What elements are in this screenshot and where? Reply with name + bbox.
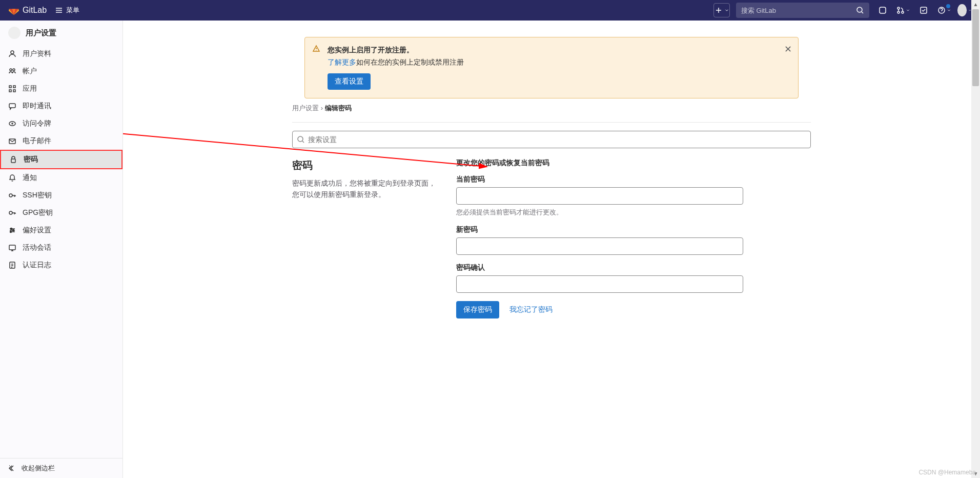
gitlab-icon <box>8 5 19 16</box>
sidebar-item-key[interactable]: GPG密钥 <box>0 204 122 222</box>
sidebar-item-lock[interactable]: 密码 <box>0 150 122 169</box>
sidebar-item-key[interactable]: SSH密钥 <box>0 187 122 204</box>
apps-icon <box>8 85 16 93</box>
svg-point-20 <box>9 211 12 214</box>
sidebar-item-label: 应用 <box>23 84 37 93</box>
sidebar-item-pref[interactable]: 偏好设置 <box>0 222 122 239</box>
search-settings-icon <box>297 135 305 145</box>
breadcrumb-root[interactable]: 用户设置 <box>292 104 319 112</box>
key-icon <box>8 209 16 217</box>
sidebar-item-log[interactable]: 认证日志 <box>0 256 122 274</box>
svg-point-9 <box>13 69 15 71</box>
current-password-help: 您必须提供当前密码才能进行更改。 <box>456 208 743 217</box>
confirm-password-input[interactable] <box>456 275 743 293</box>
breadcrumb: 用户设置 › 编辑密码 <box>292 98 811 118</box>
account-icon <box>8 67 16 75</box>
sidebar: 用户设置 用户资料帐户应用即时通讯访问令牌电子邮件密码通知SSH密钥GPG密钥偏… <box>0 21 123 478</box>
merge-requests-icon[interactable] <box>896 3 910 17</box>
sidebar-item-session[interactable]: 活动会话 <box>0 239 122 256</box>
learn-more-link[interactable]: 了解更多 <box>328 58 356 66</box>
password-section-desc: 密码更新成功后，您将被重定向到登录页面，您可以使用新密码重新登录。 <box>292 177 436 201</box>
menu-label: 菜单 <box>66 6 79 15</box>
alert-title: 您实例上启用了开放注册。 <box>328 46 778 55</box>
sidebar-item-apps[interactable]: 应用 <box>0 80 122 97</box>
forgot-password-link[interactable]: 我忘记了密码 <box>509 305 553 314</box>
sidebar-item-user[interactable]: 用户资料 <box>0 45 122 63</box>
lock-icon <box>9 155 17 164</box>
token-icon <box>8 120 16 128</box>
sidebar-item-chat[interactable]: 即时通讯 <box>0 97 122 115</box>
svg-point-21 <box>11 228 12 230</box>
gitlab-logo[interactable]: GitLab <box>8 5 47 16</box>
warning-icon <box>312 45 320 54</box>
sidebar-item-label: 即时通讯 <box>23 102 51 111</box>
sidebar-title: 用户设置 <box>26 28 56 38</box>
mail-icon <box>8 137 16 145</box>
scrollbar-thumb[interactable] <box>972 9 979 86</box>
svg-rect-11 <box>13 86 15 88</box>
main-content: ✕ 您实例上启用了开放注册。 了解更多如何在您的实例上定制或禁用注册 查看设置 … <box>123 21 980 478</box>
svg-rect-1 <box>880 7 886 13</box>
watermark: CSDN @Hemameba <box>918 469 976 476</box>
svg-rect-18 <box>11 159 15 163</box>
save-password-button[interactable]: 保存密码 <box>456 301 499 318</box>
view-settings-button[interactable]: 查看设置 <box>328 73 371 90</box>
svg-point-16 <box>12 123 13 124</box>
issues-icon[interactable] <box>875 3 890 17</box>
alert-close-button[interactable]: ✕ <box>784 44 792 55</box>
bell-icon <box>8 174 16 182</box>
global-search[interactable] <box>736 3 869 18</box>
user-menu[interactable] <box>957 3 972 17</box>
sidebar-item-label: 偏好设置 <box>23 226 51 235</box>
chevron-down-icon <box>724 6 729 14</box>
alert-body: 了解更多如何在您的实例上定制或禁用注册 <box>328 58 778 67</box>
log-icon <box>8 261 16 269</box>
alert-body-text: 如何在您的实例上定制或禁用注册 <box>356 58 464 66</box>
sidebar-item-token[interactable]: 访问令牌 <box>0 115 122 132</box>
collapse-label: 收起侧边栏 <box>22 464 55 473</box>
sidebar-item-bell[interactable]: 通知 <box>0 169 122 187</box>
sidebar-item-account[interactable]: 帐户 <box>0 63 122 80</box>
user-avatar-icon <box>8 27 21 39</box>
sidebar-item-label: 访问令牌 <box>23 119 51 128</box>
svg-point-19 <box>9 194 12 197</box>
svg-point-27 <box>298 136 303 142</box>
form-heading: 更改您的密码或恢复当前密码 <box>456 158 743 168</box>
svg-point-2 <box>897 7 900 9</box>
collapse-sidebar-button[interactable]: 收起侧边栏 <box>0 458 122 478</box>
chat-icon <box>8 102 16 110</box>
svg-point-4 <box>902 11 904 13</box>
sidebar-item-label: 用户资料 <box>23 49 51 58</box>
svg-rect-24 <box>9 245 15 250</box>
scrollbar[interactable]: ▲ ▼ <box>971 0 980 478</box>
brand-label: GitLab <box>23 6 47 15</box>
scrollbar-up-icon[interactable]: ▲ <box>971 0 980 9</box>
confirm-password-label: 密码确认 <box>456 263 743 272</box>
svg-rect-14 <box>9 104 15 108</box>
menu-button[interactable]: 菜单 <box>55 6 79 15</box>
key-icon <box>8 191 16 200</box>
new-password-label: 新密码 <box>456 225 743 234</box>
breadcrumb-current: 编辑密码 <box>325 104 352 112</box>
svg-rect-13 <box>13 90 15 92</box>
hamburger-icon <box>55 6 63 14</box>
collapse-icon <box>8 464 16 472</box>
registration-alert: ✕ 您实例上启用了开放注册。 了解更多如何在您的实例上定制或禁用注册 查看设置 <box>304 37 799 98</box>
svg-point-7 <box>11 51 14 54</box>
create-new-button[interactable] <box>713 3 730 17</box>
topbar: GitLab 菜单 <box>0 0 980 21</box>
svg-point-15 <box>9 122 15 126</box>
password-section-title: 密码 <box>292 158 436 172</box>
todos-icon[interactable] <box>916 3 931 17</box>
new-password-input[interactable] <box>456 237 743 255</box>
current-password-input[interactable] <box>456 187 743 205</box>
sidebar-item-mail[interactable]: 电子邮件 <box>0 132 122 150</box>
sidebar-header[interactable]: 用户设置 <box>0 21 122 45</box>
sidebar-item-label: 认证日志 <box>23 261 51 270</box>
search-settings-input[interactable] <box>292 131 811 148</box>
sidebar-item-label: GPG密钥 <box>23 208 53 217</box>
help-icon[interactable] <box>937 3 951 17</box>
sidebar-item-label: 电子邮件 <box>23 136 51 146</box>
sidebar-item-label: 帐户 <box>23 67 37 76</box>
search-input[interactable] <box>741 7 856 14</box>
